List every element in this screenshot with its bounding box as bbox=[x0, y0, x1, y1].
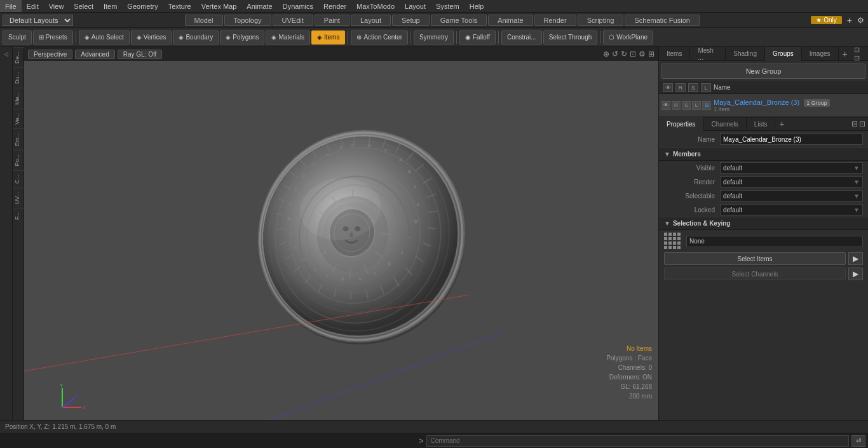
prop-tab-lists[interactable]: Lists bbox=[747, 117, 776, 131]
left-tab-4[interactable]: Em... bbox=[13, 128, 24, 150]
tab-model[interactable]: Model bbox=[185, 15, 223, 26]
left-tab-6[interactable]: C... bbox=[13, 170, 24, 187]
list-lock-btn[interactable]: L bbox=[701, 83, 711, 92]
menu-texture[interactable]: Texture bbox=[163, 0, 196, 12]
select-channels-arrow-button[interactable]: ▶ bbox=[848, 268, 863, 280]
menu-render[interactable]: Render bbox=[318, 0, 351, 12]
viewport[interactable]: Perspective Advanced Ray GL: Off ⊕ ↺ ↻ ⊡… bbox=[24, 47, 658, 420]
left-tab-8[interactable]: F... bbox=[13, 208, 24, 224]
presets-button[interactable]: ⊞ Presets bbox=[33, 31, 73, 44]
viewport-rotate-icon[interactable]: ↺ bbox=[612, 50, 618, 58]
prop-tab-channels[interactable]: Channels bbox=[704, 117, 747, 131]
falloff-button[interactable]: ◉ Falloff bbox=[459, 31, 496, 44]
tab-shading[interactable]: Shading bbox=[726, 47, 765, 61]
expand-panel-icon[interactable]: ⊡ ⊡ bbox=[851, 47, 868, 62]
menu-system[interactable]: System bbox=[431, 0, 465, 12]
group-visibility-icon[interactable]: 👁 bbox=[661, 101, 670, 110]
star-only-button[interactable]: ★ Only bbox=[811, 16, 841, 24]
prop-visible-dropdown[interactable]: default ▼ bbox=[720, 162, 863, 173]
tab-layout[interactable]: Layout bbox=[351, 15, 391, 26]
layout-dropdown[interactable]: Default Layouts bbox=[3, 15, 73, 26]
left-tab-0[interactable]: De... bbox=[13, 47, 24, 67]
keying-arrow-button[interactable]: ▶ bbox=[848, 252, 863, 265]
menu-maxtomodo[interactable]: MaxToModo bbox=[351, 0, 400, 12]
members-section-header[interactable]: ▼ Members bbox=[659, 147, 868, 161]
add-layout-button[interactable]: + bbox=[844, 15, 855, 25]
group-render-icon[interactable]: R bbox=[672, 101, 681, 110]
select-items-button[interactable]: Select Items bbox=[664, 252, 846, 265]
menu-dynamics[interactable]: Dynamics bbox=[278, 0, 318, 12]
selection-keying-header[interactable]: ▼ Selection & Keying bbox=[659, 217, 868, 230]
materials-button[interactable]: ◈ Materials bbox=[266, 31, 310, 44]
list-render-btn[interactable]: R bbox=[675, 83, 686, 92]
select-through-button[interactable]: Select Through bbox=[543, 31, 598, 44]
menu-animate[interactable]: Animate bbox=[241, 0, 277, 12]
viewport-advanced-btn[interactable]: Advanced bbox=[75, 50, 114, 59]
tab-images[interactable]: Images bbox=[802, 47, 839, 61]
menu-view[interactable]: View bbox=[44, 0, 69, 12]
polygons-button[interactable]: ◈ Polygons bbox=[220, 31, 264, 44]
prop-tab-properties[interactable]: Properties bbox=[659, 117, 704, 131]
left-tab-7[interactable]: UV... bbox=[13, 187, 24, 208]
prop-expand-btn[interactable]: ⊡ bbox=[859, 119, 865, 128]
left-tab-2[interactable]: Me... bbox=[13, 88, 24, 109]
add-prop-tab-button[interactable]: + bbox=[775, 119, 788, 129]
command-execute-button[interactable]: ⏎ bbox=[851, 435, 865, 447]
new-group-button[interactable]: New Group bbox=[661, 64, 865, 79]
viewport-refresh-icon[interactable]: ↻ bbox=[621, 50, 627, 58]
layout-settings-icon[interactable]: ⚙ bbox=[857, 16, 864, 25]
viewport-settings-icon[interactable]: ⚙ bbox=[639, 50, 646, 58]
list-select-btn[interactable]: S bbox=[688, 83, 698, 92]
boundary-button[interactable]: ◈ Boundary bbox=[173, 31, 219, 44]
viewport-raygl-btn[interactable]: Ray GL: Off bbox=[118, 50, 163, 59]
left-tab-3[interactable]: Ve... bbox=[13, 109, 24, 128]
menu-edit[interactable]: Edit bbox=[22, 0, 44, 12]
prop-minimize-btn[interactable]: ⊟ bbox=[851, 119, 858, 128]
prop-locked-dropdown[interactable]: default ▼ bbox=[720, 204, 863, 215]
command-input[interactable] bbox=[426, 435, 850, 447]
tab-schematic-fusion[interactable]: Schematic Fusion bbox=[625, 15, 699, 26]
menu-select[interactable]: Select bbox=[69, 0, 98, 12]
items-button[interactable]: ◈ Items bbox=[311, 31, 345, 44]
tab-topology[interactable]: Topology bbox=[224, 15, 271, 26]
workplane-button[interactable]: ⬡ WorkPlane bbox=[603, 31, 653, 44]
action-center-button[interactable]: ⊕ Action Center bbox=[351, 31, 408, 44]
prop-selectable-dropdown[interactable]: default ▼ bbox=[720, 190, 863, 201]
tab-scripting[interactable]: Scripting bbox=[578, 15, 624, 26]
viewport-camera-icon[interactable]: ⊕ bbox=[603, 50, 609, 58]
left-tab-5[interactable]: Po... bbox=[13, 150, 24, 170]
group-lock-icon[interactable]: L bbox=[692, 101, 701, 110]
tab-uvedit[interactable]: UVEdit bbox=[273, 15, 313, 26]
prop-name-input[interactable] bbox=[720, 133, 863, 145]
sculpt-button[interactable]: Sculpt bbox=[3, 31, 32, 44]
tab-groups[interactable]: Groups bbox=[765, 47, 802, 61]
viewport-expand-icon[interactable]: ⊞ bbox=[648, 50, 654, 58]
tab-animate[interactable]: Animate bbox=[488, 15, 532, 26]
tab-mesh[interactable]: Mesh ... bbox=[690, 47, 726, 61]
tab-render[interactable]: Render bbox=[534, 15, 576, 26]
select-channels-button[interactable]: Select Channels bbox=[664, 268, 846, 280]
symmetry-button[interactable]: Symmetry bbox=[414, 31, 454, 44]
tab-game-tools[interactable]: Game Tools bbox=[431, 15, 487, 26]
viewport-frame-icon[interactable]: ⊡ bbox=[630, 50, 636, 58]
menu-vertex-map[interactable]: Vertex Map bbox=[196, 0, 242, 12]
menu-geometry[interactable]: Geometry bbox=[122, 0, 163, 12]
prop-render-dropdown[interactable]: default ▼ bbox=[720, 176, 863, 187]
menu-item[interactable]: Item bbox=[98, 0, 122, 12]
tab-paint[interactable]: Paint bbox=[315, 15, 349, 26]
viewport-perspective-btn[interactable]: Perspective bbox=[28, 50, 72, 59]
left-tab-1[interactable]: Du... bbox=[13, 67, 24, 88]
menu-layout[interactable]: Layout bbox=[400, 0, 431, 12]
menu-help[interactable]: Help bbox=[465, 0, 489, 12]
constrain-button[interactable]: Constrai... bbox=[501, 31, 542, 44]
tab-setup[interactable]: Setup bbox=[392, 15, 430, 26]
add-tab-button[interactable]: + bbox=[839, 49, 851, 59]
list-eye-btn[interactable]: 👁 bbox=[663, 83, 673, 92]
tab-items[interactable]: Items bbox=[659, 47, 690, 61]
group-select-icon[interactable]: S bbox=[682, 101, 691, 110]
left-toggle-button[interactable]: ◁ bbox=[1, 48, 12, 60]
vertices-button[interactable]: ◈ Vertices bbox=[131, 31, 172, 44]
auto-select-button[interactable]: ◈ Auto Select bbox=[79, 31, 130, 44]
group-list-item[interactable]: 👁 R S L ⊞ Maya_Calendar_Bronze (3) 1 Gro… bbox=[659, 94, 868, 117]
menu-file[interactable]: File bbox=[0, 0, 22, 12]
